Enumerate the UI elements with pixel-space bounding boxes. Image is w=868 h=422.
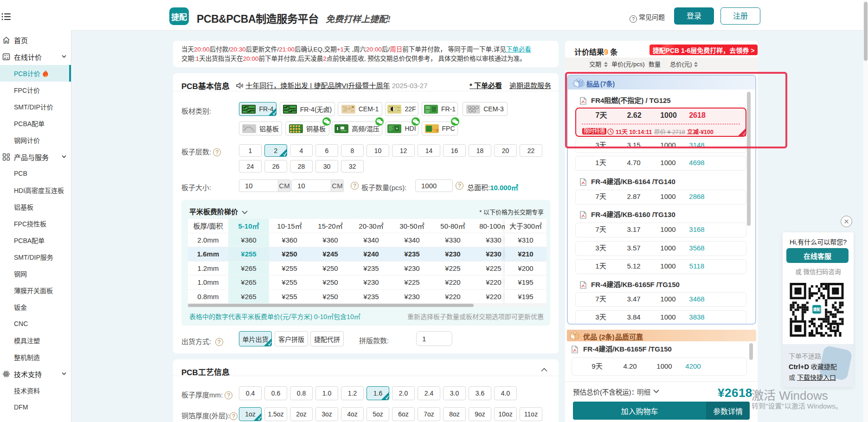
svg-text:捷配: 捷配 [813,307,821,312]
